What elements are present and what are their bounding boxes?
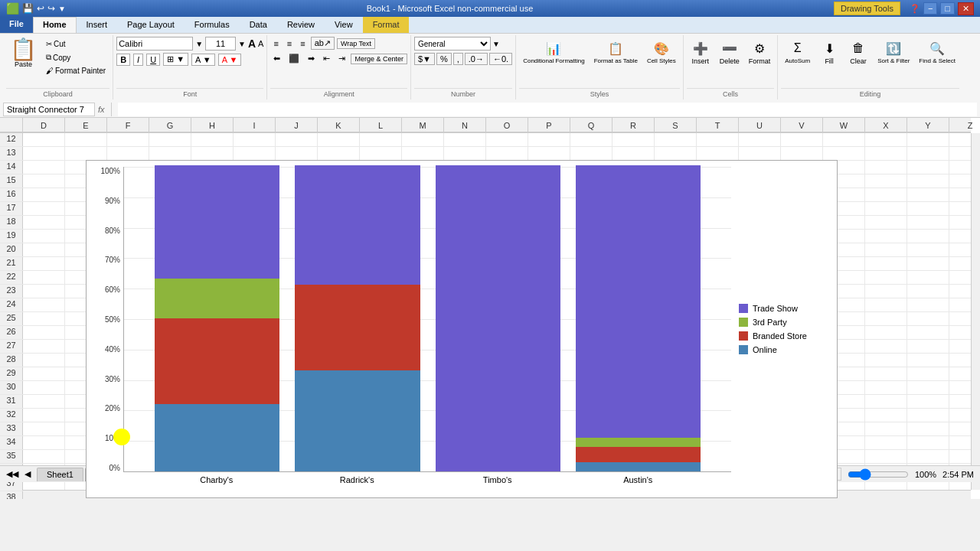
grid-cell[interactable] xyxy=(907,285,949,298)
merge-center-btn[interactable]: Merge & Center xyxy=(351,54,407,64)
grid-cell[interactable] xyxy=(949,326,971,339)
grid-cell[interactable] xyxy=(949,216,971,229)
grid-cell[interactable] xyxy=(907,147,949,160)
grid-cell[interactable] xyxy=(191,133,234,146)
fill-color-button[interactable]: A ▼ xyxy=(191,54,215,66)
grid-cell[interactable] xyxy=(865,174,907,187)
currency-btn[interactable]: $▼ xyxy=(414,53,435,65)
sort-filter-btn[interactable]: 🔃 Sort & Filter xyxy=(874,37,913,67)
grid-cell[interactable] xyxy=(865,340,907,353)
grid-cell[interactable] xyxy=(739,147,781,160)
tab-file[interactable]: File xyxy=(0,17,33,33)
format-painter-button[interactable]: 🖌 Format Painter xyxy=(42,65,109,77)
grid-cell[interactable] xyxy=(739,133,781,146)
grid-cell[interactable] xyxy=(360,147,402,160)
grid-cell[interactable] xyxy=(107,147,149,160)
sheet-nav-left[interactable]: ◀◀ xyxy=(6,469,18,479)
grid-cell[interactable] xyxy=(907,450,949,463)
font-name-input[interactable] xyxy=(116,37,193,51)
grid-cell[interactable] xyxy=(234,147,276,160)
grid-cell[interactable] xyxy=(949,436,971,449)
quick-access-save[interactable]: 💾 xyxy=(22,3,34,14)
increase-indent[interactable]: ⇥ xyxy=(335,52,348,65)
grid-cell[interactable] xyxy=(234,133,276,146)
grid-cell[interactable] xyxy=(23,298,65,311)
grid-cell[interactable] xyxy=(149,147,191,160)
grid-cell[interactable] xyxy=(23,367,65,380)
grid-cell[interactable] xyxy=(949,422,971,435)
grid-cell[interactable] xyxy=(23,312,65,325)
grid-cell[interactable] xyxy=(107,133,149,146)
grid-cell[interactable] xyxy=(865,326,907,339)
grid-cell[interactable] xyxy=(949,271,971,284)
grid-cell[interactable] xyxy=(23,230,65,243)
grid-cell[interactable] xyxy=(907,381,949,394)
grid-cell[interactable] xyxy=(865,133,907,146)
grid-cell[interactable] xyxy=(907,271,949,284)
font-color-button[interactable]: A ▼ xyxy=(218,54,242,66)
grid-cell[interactable] xyxy=(65,133,107,146)
grid-cell[interactable] xyxy=(486,133,528,146)
grid-cell[interactable] xyxy=(907,409,949,422)
underline-button[interactable]: U xyxy=(146,54,160,66)
restore-btn[interactable]: □ xyxy=(940,2,955,15)
align-right[interactable]: ➡ xyxy=(305,52,318,65)
tab-review[interactable]: Review xyxy=(277,17,325,33)
grid-cell[interactable] xyxy=(318,147,360,160)
grid-cell[interactable] xyxy=(360,133,402,146)
grid-cell[interactable] xyxy=(865,147,907,160)
grid-cell[interactable] xyxy=(276,147,318,160)
vertical-scrollbar[interactable] xyxy=(971,133,980,490)
grid-cell[interactable] xyxy=(570,133,612,146)
percent-btn[interactable]: % xyxy=(436,53,452,65)
tab-home[interactable]: Home xyxy=(33,17,77,33)
grid-cell[interactable] xyxy=(907,395,949,408)
grid-cell[interactable] xyxy=(276,133,318,146)
decrease-font-size[interactable]: A xyxy=(258,39,263,48)
grid-cell[interactable] xyxy=(949,354,971,367)
bold-button[interactable]: B xyxy=(116,54,130,66)
grid-cell[interactable] xyxy=(949,298,971,311)
name-box[interactable] xyxy=(3,103,95,116)
grid-cell[interactable] xyxy=(949,450,971,463)
grid-cell[interactable] xyxy=(907,230,949,243)
increase-font-size[interactable]: A xyxy=(248,37,256,50)
grid-cell[interactable] xyxy=(528,133,570,146)
grid-cell[interactable] xyxy=(65,147,107,160)
grid-cell[interactable] xyxy=(318,133,360,146)
minimize-btn[interactable]: − xyxy=(923,2,937,15)
grid-cell[interactable] xyxy=(865,188,907,201)
grid-cell[interactable] xyxy=(865,354,907,367)
grid-cell[interactable] xyxy=(949,174,971,187)
number-format-dropdown[interactable]: ▼ xyxy=(492,40,500,48)
grid-cell[interactable] xyxy=(23,174,65,187)
grid-cell[interactable] xyxy=(528,147,570,160)
clear-btn[interactable]: 🗑 Clear xyxy=(844,37,872,67)
tab-page-layout[interactable]: Page Layout xyxy=(117,17,185,33)
grid-cell[interactable] xyxy=(23,188,65,201)
grid-cell[interactable] xyxy=(907,202,949,215)
delete-btn[interactable]: ➖ Delete xyxy=(716,37,743,67)
grid-cell[interactable] xyxy=(949,188,971,201)
grid-cell[interactable] xyxy=(823,133,865,146)
grid-cell[interactable] xyxy=(23,216,65,229)
align-top-right[interactable]: ≡ xyxy=(297,37,308,50)
grid-cell[interactable] xyxy=(23,271,65,284)
grid-cell[interactable] xyxy=(907,367,949,380)
grid-cell[interactable] xyxy=(23,436,65,449)
grid-cell[interactable] xyxy=(23,133,65,146)
grid-cell[interactable] xyxy=(570,147,612,160)
insert-btn[interactable]: ➕ Insert xyxy=(687,37,714,67)
borders-button[interactable]: ⊞ ▼ xyxy=(163,53,188,66)
grid-cell[interactable] xyxy=(781,147,823,160)
formula-input[interactable] xyxy=(118,103,977,116)
grid-cell[interactable] xyxy=(949,285,971,298)
grid-cell[interactable] xyxy=(865,271,907,284)
tab-view[interactable]: View xyxy=(325,17,363,33)
grid-cell[interactable] xyxy=(949,161,971,174)
tab-format[interactable]: Format xyxy=(363,17,410,33)
grid-cell[interactable] xyxy=(23,161,65,174)
grid-cell[interactable] xyxy=(949,395,971,408)
grid-cell[interactable] xyxy=(444,133,486,146)
tab-formulas[interactable]: Formulas xyxy=(185,17,240,33)
